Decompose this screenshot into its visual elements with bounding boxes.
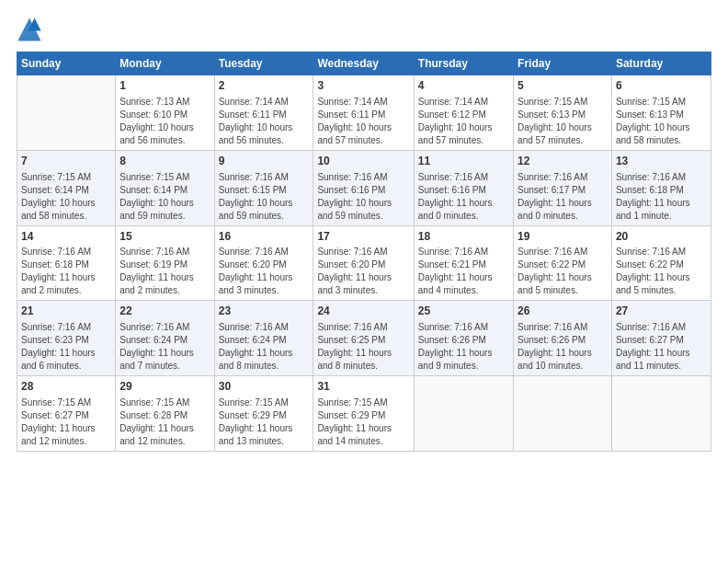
calendar-cell: 25Sunrise: 7:16 AM Sunset: 6:26 PM Dayli… [414,301,513,376]
calendar-header-saturday: Saturday [611,52,711,75]
day-info: Sunrise: 7:16 AM Sunset: 6:23 PM Dayligh… [21,321,111,373]
calendar-cell: 13Sunrise: 7:16 AM Sunset: 6:18 PM Dayli… [611,150,711,225]
day-number: 11 [418,154,509,169]
day-info: Sunrise: 7:16 AM Sunset: 6:18 PM Dayligh… [616,171,707,223]
day-number: 12 [518,154,608,169]
day-info: Sunrise: 7:16 AM Sunset: 6:26 PM Dayligh… [418,321,509,373]
day-number: 1 [119,78,210,94]
calendar-cell: 17Sunrise: 7:16 AM Sunset: 6:20 PM Dayli… [313,225,414,301]
header [17,17,711,42]
day-number: 18 [418,229,509,245]
calendar-cell: 19Sunrise: 7:16 AM Sunset: 6:22 PM Dayli… [514,225,612,301]
day-number: 27 [616,304,707,319]
calendar-cell: 8Sunrise: 7:15 AM Sunset: 6:14 PM Daylig… [116,150,214,225]
day-number: 5 [518,78,608,94]
day-info: Sunrise: 7:15 AM Sunset: 6:14 PM Dayligh… [21,171,111,223]
day-info: Sunrise: 7:16 AM Sunset: 6:24 PM Dayligh… [119,321,210,373]
calendar-cell: 20Sunrise: 7:16 AM Sunset: 6:22 PM Dayli… [611,225,711,301]
day-number: 6 [616,78,707,94]
day-number: 15 [119,229,210,245]
day-number: 20 [616,229,707,245]
calendar-table: SundayMondayTuesdayWednesdayThursdayFrid… [17,52,711,452]
day-number: 28 [21,379,111,395]
calendar-cell: 18Sunrise: 7:16 AM Sunset: 6:21 PM Dayli… [414,225,513,301]
day-info: Sunrise: 7:15 AM Sunset: 6:29 PM Dayligh… [317,396,409,448]
day-number: 9 [219,154,310,169]
calendar-cell [414,376,513,452]
calendar-header-sunday: Sunday [17,52,116,75]
day-number: 25 [418,304,509,319]
calendar-header-row: SundayMondayTuesdayWednesdayThursdayFrid… [17,52,711,75]
day-info: Sunrise: 7:15 AM Sunset: 6:14 PM Dayligh… [119,171,210,223]
page: SundayMondayTuesdayWednesdayThursdayFrid… [0,0,728,563]
calendar-header-monday: Monday [116,52,214,75]
calendar-cell: 2Sunrise: 7:14 AM Sunset: 6:11 PM Daylig… [214,75,313,151]
day-info: Sunrise: 7:15 AM Sunset: 6:29 PM Dayligh… [219,396,310,448]
day-info: Sunrise: 7:14 AM Sunset: 6:11 PM Dayligh… [317,96,409,147]
day-number: 2 [219,78,310,94]
day-info: Sunrise: 7:14 AM Sunset: 6:12 PM Dayligh… [418,96,509,147]
day-info: Sunrise: 7:15 AM Sunset: 6:28 PM Dayligh… [119,396,210,448]
calendar-cell [611,376,711,452]
calendar-cell: 14Sunrise: 7:16 AM Sunset: 6:18 PM Dayli… [17,225,116,301]
calendar-header-tuesday: Tuesday [214,52,313,75]
calendar-cell: 10Sunrise: 7:16 AM Sunset: 6:16 PM Dayli… [313,150,414,225]
day-number: 8 [119,154,210,169]
calendar-cell: 7Sunrise: 7:15 AM Sunset: 6:14 PM Daylig… [17,150,116,225]
day-info: Sunrise: 7:14 AM Sunset: 6:11 PM Dayligh… [219,96,310,147]
day-number: 21 [21,304,111,319]
logo [17,17,46,42]
calendar-cell: 22Sunrise: 7:16 AM Sunset: 6:24 PM Dayli… [116,301,214,376]
day-info: Sunrise: 7:16 AM Sunset: 6:22 PM Dayligh… [518,246,608,297]
calendar-cell: 23Sunrise: 7:16 AM Sunset: 6:24 PM Dayli… [214,301,313,376]
calendar-cell: 21Sunrise: 7:16 AM Sunset: 6:23 PM Dayli… [17,301,116,376]
calendar-cell: 27Sunrise: 7:16 AM Sunset: 6:27 PM Dayli… [611,301,711,376]
day-number: 16 [219,229,310,245]
calendar-cell: 31Sunrise: 7:15 AM Sunset: 6:29 PM Dayli… [313,376,414,452]
calendar-week-row: 7Sunrise: 7:15 AM Sunset: 6:14 PM Daylig… [17,150,711,225]
calendar-cell: 3Sunrise: 7:14 AM Sunset: 6:11 PM Daylig… [313,75,414,151]
day-info: Sunrise: 7:16 AM Sunset: 6:22 PM Dayligh… [616,246,707,297]
day-number: 26 [518,304,608,319]
calendar-cell: 5Sunrise: 7:15 AM Sunset: 6:13 PM Daylig… [514,75,612,151]
calendar-week-row: 28Sunrise: 7:15 AM Sunset: 6:27 PM Dayli… [17,376,711,452]
logo-icon [17,17,42,42]
day-number: 10 [317,154,409,169]
calendar-cell: 28Sunrise: 7:15 AM Sunset: 6:27 PM Dayli… [17,376,116,452]
day-info: Sunrise: 7:16 AM Sunset: 6:19 PM Dayligh… [119,246,210,297]
day-number: 19 [518,229,608,245]
day-info: Sunrise: 7:16 AM Sunset: 6:17 PM Dayligh… [518,171,608,223]
calendar-cell: 16Sunrise: 7:16 AM Sunset: 6:20 PM Dayli… [214,225,313,301]
day-info: Sunrise: 7:16 AM Sunset: 6:20 PM Dayligh… [219,246,310,297]
calendar-header-wednesday: Wednesday [313,52,414,75]
calendar-cell: 30Sunrise: 7:15 AM Sunset: 6:29 PM Dayli… [214,376,313,452]
calendar-cell: 1Sunrise: 7:13 AM Sunset: 6:10 PM Daylig… [116,75,214,151]
day-number: 4 [418,78,509,94]
day-number: 31 [317,379,409,395]
day-number: 30 [219,379,310,395]
calendar-cell [514,376,612,452]
day-info: Sunrise: 7:16 AM Sunset: 6:21 PM Dayligh… [418,246,509,297]
day-info: Sunrise: 7:16 AM Sunset: 6:20 PM Dayligh… [317,246,409,297]
day-number: 22 [119,304,210,319]
calendar-cell: 29Sunrise: 7:15 AM Sunset: 6:28 PM Dayli… [116,376,214,452]
day-info: Sunrise: 7:15 AM Sunset: 6:13 PM Dayligh… [518,96,608,147]
calendar-cell: 26Sunrise: 7:16 AM Sunset: 6:26 PM Dayli… [514,301,612,376]
calendar-week-row: 21Sunrise: 7:16 AM Sunset: 6:23 PM Dayli… [17,301,711,376]
day-info: Sunrise: 7:16 AM Sunset: 6:15 PM Dayligh… [219,171,310,223]
day-number: 29 [119,379,210,395]
day-number: 7 [21,154,111,169]
calendar-cell: 4Sunrise: 7:14 AM Sunset: 6:12 PM Daylig… [414,75,513,151]
day-info: Sunrise: 7:16 AM Sunset: 6:26 PM Dayligh… [518,321,608,373]
calendar-cell: 9Sunrise: 7:16 AM Sunset: 6:15 PM Daylig… [214,150,313,225]
calendar-cell: 15Sunrise: 7:16 AM Sunset: 6:19 PM Dayli… [116,225,214,301]
calendar-header-thursday: Thursday [414,52,513,75]
calendar-cell: 24Sunrise: 7:16 AM Sunset: 6:25 PM Dayli… [313,301,414,376]
day-number: 17 [317,229,409,245]
day-info: Sunrise: 7:16 AM Sunset: 6:24 PM Dayligh… [219,321,310,373]
calendar-header-friday: Friday [514,52,612,75]
day-number: 23 [219,304,310,319]
day-info: Sunrise: 7:16 AM Sunset: 6:16 PM Dayligh… [418,171,509,223]
day-number: 24 [317,304,409,319]
day-number: 14 [21,229,111,245]
